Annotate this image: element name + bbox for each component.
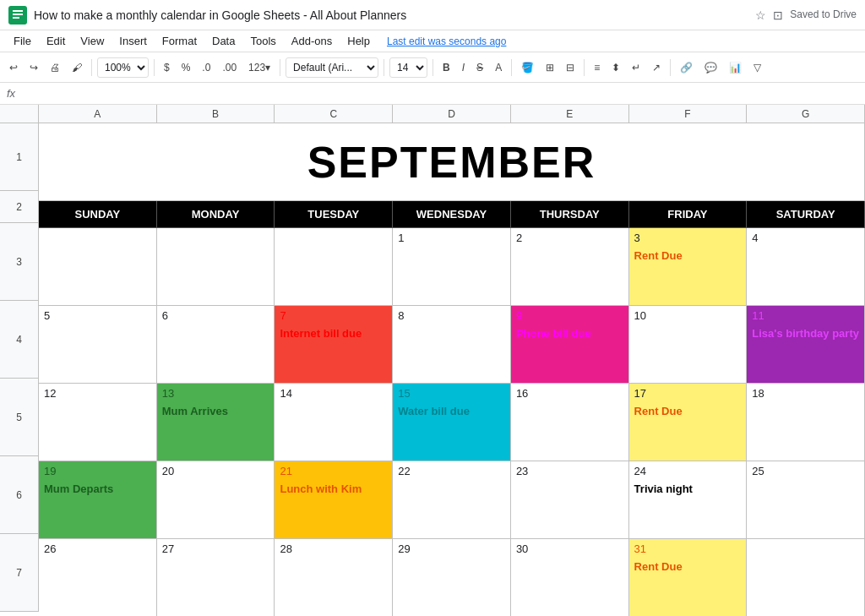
font-size-select[interactable]: 14 (389, 57, 427, 78)
valign-btn[interactable]: ⬍ (607, 60, 624, 75)
menu-edit[interactable]: Edit (40, 33, 72, 49)
cell-w4-fri[interactable]: 24 Trivia night (629, 461, 748, 539)
col-header-d[interactable]: D (393, 105, 511, 123)
cell-w4-sat[interactable]: 25 (747, 461, 865, 539)
wrap-btn[interactable]: ↵ (628, 60, 645, 75)
cell-w4-sun[interactable]: 19 Mum Departs (39, 461, 157, 539)
menu-insert[interactable]: Insert (112, 33, 154, 49)
menu-view[interactable]: View (73, 33, 111, 49)
row-num-4[interactable]: 4 (0, 301, 39, 379)
cell-w2-mon[interactable]: 6 (157, 306, 275, 384)
day-num: 12 (44, 387, 151, 400)
col-header-f[interactable]: F (629, 105, 748, 123)
menu-tools[interactable]: Tools (243, 33, 282, 49)
font-family-select[interactable]: Default (Ari... (286, 57, 378, 78)
decimal-inc-btn[interactable]: .00 (218, 60, 241, 75)
percent-btn[interactable]: % (177, 60, 195, 75)
row-num-5[interactable]: 5 (0, 379, 39, 456)
merge-btn[interactable]: ⊟ (562, 60, 579, 75)
cell-w3-mon[interactable]: 13 Mum Arrives (157, 384, 275, 461)
event-text: Water bill due (398, 405, 505, 419)
cell-w3-sat[interactable]: 18 (747, 384, 865, 461)
title-actions: ☆ ⊡ Saved to Drive (755, 8, 857, 22)
cell-w1-thu[interactable]: 2 (511, 228, 629, 306)
cell-w1-fri[interactable]: 3 Rent Due (629, 228, 748, 306)
cell-w2-thu[interactable]: 9 Phone bill due (511, 306, 629, 384)
menu-addons[interactable]: Add-ons (285, 33, 339, 49)
cell-w5-wed[interactable]: 29 (393, 539, 511, 616)
menu-format[interactable]: Format (155, 33, 204, 49)
star-icon[interactable]: ☆ (755, 8, 766, 22)
print-btn[interactable]: 🖨 (46, 60, 64, 75)
day-num: 10 (634, 309, 742, 322)
menu-file[interactable]: File (7, 33, 38, 49)
undo-btn[interactable]: ↩ (5, 60, 22, 75)
redo-btn[interactable]: ↪ (25, 60, 42, 75)
event-text: Internet bill due (280, 327, 387, 341)
day-num: 21 (280, 465, 387, 477)
col-header-e[interactable]: E (511, 105, 629, 123)
cell-w1-sat[interactable]: 4 (747, 228, 865, 306)
filter-btn[interactable]: ▽ (749, 60, 765, 75)
cell-w4-tue[interactable]: 21 Lunch with Kim (275, 461, 393, 539)
cell-w3-fri[interactable]: 17 Rent Due (629, 384, 748, 461)
currency-btn[interactable]: $ (160, 60, 174, 75)
day-num: 11 (752, 309, 859, 322)
rotate-btn[interactable]: ↗ (648, 60, 665, 75)
cell-w5-mon[interactable]: 27 (157, 539, 275, 616)
cell-w1-mon[interactable] (157, 228, 275, 306)
cell-w4-wed[interactable]: 22 (393, 461, 511, 539)
decimal-dec-btn[interactable]: .0 (198, 60, 215, 75)
cell-w1-sun[interactable] (39, 228, 157, 306)
row-num-3[interactable]: 3 (0, 223, 39, 301)
borders-btn[interactable]: ⊞ (541, 60, 558, 75)
menu-help[interactable]: Help (340, 33, 377, 49)
day-num: 5 (44, 309, 151, 322)
zoom-select[interactable]: 100% (97, 57, 149, 78)
link-btn[interactable]: 🔗 (676, 60, 697, 75)
bold-btn[interactable]: B (438, 60, 454, 75)
cell-w5-thu[interactable]: 30 (511, 539, 629, 616)
col-header-c[interactable]: C (275, 105, 393, 123)
sep2 (154, 59, 155, 76)
menu-data[interactable]: Data (205, 33, 242, 49)
text-color-btn[interactable]: A (491, 60, 506, 75)
title-cell[interactable]: SEPTEMBER (39, 123, 865, 201)
week-row-3: 12 13 Mum Arrives 14 15 Water bill due 1… (39, 384, 865, 461)
cell-w2-tue[interactable]: 7 Internet bill due (275, 306, 393, 384)
chart-btn[interactable]: 📊 (725, 60, 746, 75)
history-icon[interactable]: ⊡ (773, 8, 783, 22)
cell-w3-tue[interactable]: 14 (275, 384, 393, 461)
format-number-btn[interactable]: 123▾ (244, 60, 275, 75)
row-num-1[interactable]: 1 (0, 123, 39, 191)
cell-w5-tue[interactable]: 28 (275, 539, 393, 616)
cell-w1-tue[interactable] (275, 228, 393, 306)
row-num-7[interactable]: 7 (0, 534, 39, 612)
col-header-a[interactable]: A (39, 105, 157, 123)
strikethrough-btn[interactable]: S (472, 60, 487, 75)
row-num-6[interactable]: 6 (0, 456, 39, 534)
cell-w2-sun[interactable]: 5 (39, 306, 157, 384)
event-text: Rent Due (634, 405, 742, 419)
cell-w2-wed[interactable]: 8 (393, 306, 511, 384)
cell-w2-fri[interactable]: 10 (629, 306, 748, 384)
cell-w3-wed[interactable]: 15 Water bill due (393, 384, 511, 461)
col-header-g[interactable]: G (747, 105, 865, 123)
paint-format-btn[interactable]: 🖌 (68, 60, 86, 75)
last-edit[interactable]: Last edit was seconds ago (387, 35, 506, 47)
cell-w4-mon[interactable]: 20 (157, 461, 275, 539)
row-num-2[interactable]: 2 (0, 191, 39, 223)
cell-w5-sat[interactable] (747, 539, 865, 616)
comment-btn[interactable]: 💬 (700, 60, 721, 75)
cell-w5-sun[interactable]: 26 (39, 539, 157, 616)
cell-w2-sat[interactable]: 11 Lisa's birthday party (747, 306, 865, 384)
cell-w4-thu[interactable]: 23 (511, 461, 629, 539)
cell-w5-fri[interactable]: 31 Rent Due (629, 539, 748, 616)
col-header-b[interactable]: B (157, 105, 275, 123)
align-btn[interactable]: ≡ (590, 60, 604, 75)
italic-btn[interactable]: I (458, 60, 469, 75)
cell-w1-wed[interactable]: 1 (393, 228, 511, 306)
cell-w3-sun[interactable]: 12 (39, 384, 157, 461)
cell-w3-thu[interactable]: 16 (511, 384, 629, 461)
fill-color-btn[interactable]: 🪣 (517, 60, 538, 75)
